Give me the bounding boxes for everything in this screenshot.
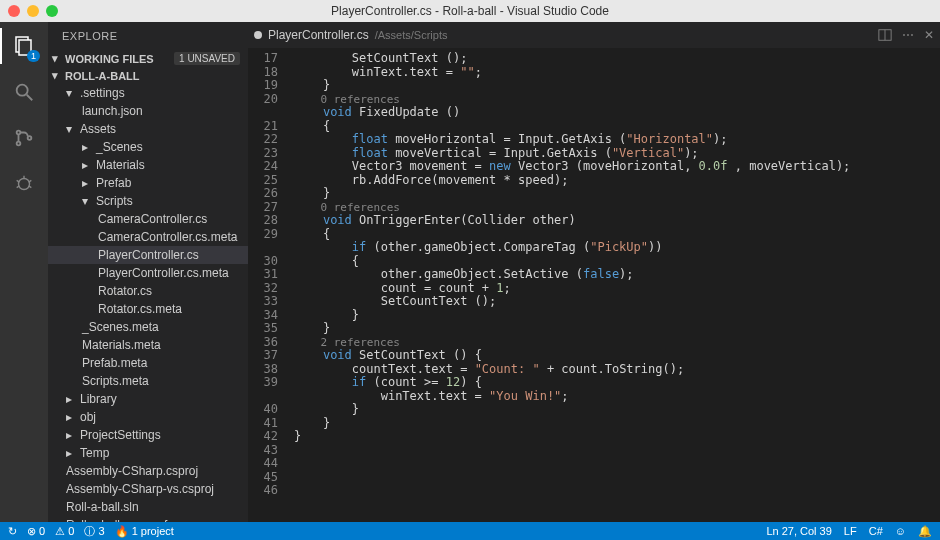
status-errors[interactable]: ⊗ 0 [27, 525, 45, 538]
folder-node[interactable]: ▸Library [48, 390, 248, 408]
code-line[interactable]: { [294, 120, 940, 134]
file-node[interactable]: Materials.meta [48, 336, 248, 354]
chevron-icon: ▾ [82, 194, 92, 208]
file-node[interactable]: CameraController.cs [48, 210, 248, 228]
code-line[interactable]: winText.text = "You Win!"; [294, 390, 940, 404]
explorer-icon[interactable]: 1 [10, 32, 38, 60]
folder-node[interactable]: ▾Assets [48, 120, 248, 138]
split-editor-icon[interactable] [878, 28, 892, 42]
file-node[interactable]: Assembly-CSharp-vs.csproj [48, 480, 248, 498]
node-label: Rotator.cs.meta [98, 302, 182, 316]
minimize-dot[interactable] [27, 5, 39, 17]
folder-node[interactable]: ▸obj [48, 408, 248, 426]
file-node[interactable]: Rotator.cs [48, 282, 248, 300]
line-number: 22 [248, 133, 278, 147]
chevron-icon: ▸ [66, 410, 76, 424]
folder-node[interactable]: ▸Materials [48, 156, 248, 174]
folder-node[interactable]: ▾Scripts [48, 192, 248, 210]
code-line[interactable]: void FixedUpdate () [294, 106, 940, 120]
code-line[interactable]: Vector3 movement = new Vector3 (moveHori… [294, 160, 940, 174]
status-eol[interactable]: LF [844, 525, 857, 538]
code-line[interactable]: winText.text = ""; [294, 66, 940, 80]
file-node[interactable]: _Scenes.meta [48, 318, 248, 336]
code-area[interactable]: 17181920 212223242526272829 303132333435… [248, 48, 940, 522]
folder-node[interactable]: ▸ProjectSettings [48, 426, 248, 444]
line-number: 43 [248, 444, 278, 458]
code-line[interactable]: } [294, 187, 940, 201]
svg-line-3 [27, 95, 33, 101]
file-node[interactable]: PlayerController.cs [48, 246, 248, 264]
status-cursor[interactable]: Ln 27, Col 39 [766, 525, 831, 538]
zoom-dot[interactable] [46, 5, 58, 17]
feedback-icon[interactable]: ☺ [895, 525, 906, 538]
line-number: 37 [248, 349, 278, 363]
folder-node[interactable]: ▸Temp [48, 444, 248, 462]
code-line[interactable]: if (count >= 12) { [294, 376, 940, 390]
close-icon[interactable]: ✕ [924, 28, 934, 42]
search-icon[interactable] [10, 78, 38, 106]
file-node[interactable]: Assembly-CSharp.csproj [48, 462, 248, 480]
line-number: 41 [248, 417, 278, 431]
code-line[interactable]: } [294, 322, 940, 336]
file-node[interactable]: Roll-a-ball.sln [48, 498, 248, 516]
window-title: PlayerController.cs - Roll-a-ball - Visu… [331, 4, 609, 18]
svg-point-4 [17, 131, 21, 135]
sync-icon[interactable]: ↻ [8, 525, 17, 538]
status-project[interactable]: 🔥 1 project [115, 525, 174, 538]
close-dot[interactable] [8, 5, 20, 17]
status-info[interactable]: ⓘ 3 [84, 524, 104, 539]
file-node[interactable]: Prefab.meta [48, 354, 248, 372]
status-lang[interactable]: C# [869, 525, 883, 538]
codelens[interactable]: 0 references [294, 201, 940, 215]
file-node[interactable]: launch.json [48, 102, 248, 120]
code-line[interactable]: float moveVertical = Input.GetAxis ("Ver… [294, 147, 940, 161]
chevron-icon: ▸ [82, 140, 92, 154]
node-label: Roll-a-ball.sln [66, 500, 139, 514]
working-files-label: WORKING FILES [65, 53, 154, 65]
code-line[interactable]: if (other.gameObject.CompareTag ("PickUp… [294, 241, 940, 255]
codelens[interactable]: 2 references [294, 336, 940, 350]
more-icon[interactable]: ⋯ [902, 28, 914, 42]
file-node[interactable]: PlayerController.cs.meta [48, 264, 248, 282]
code-line[interactable]: } [294, 417, 940, 431]
codelens[interactable]: 0 references [294, 93, 940, 107]
code-line[interactable]: } [294, 430, 940, 444]
tab-path: /Assets/Scripts [375, 29, 448, 41]
code-line[interactable]: float moveHorizontal = Input.GetAxis ("H… [294, 133, 940, 147]
project-header[interactable]: ▾ ROLL-A-BALL [48, 67, 248, 84]
chevron-icon: ▸ [66, 446, 76, 460]
git-icon[interactable] [10, 124, 38, 152]
working-files-header[interactable]: ▾ WORKING FILES 1 UNSAVED [48, 50, 248, 67]
code-lines[interactable]: SetCountText (); winText.text = ""; } 0 … [288, 48, 940, 522]
file-tree: ▾.settingslaunch.json▾Assets▸_Scenes▸Mat… [48, 84, 248, 522]
folder-node[interactable]: ▸Prefab [48, 174, 248, 192]
code-line[interactable]: } [294, 79, 940, 93]
file-node[interactable]: Rotator.cs.meta [48, 300, 248, 318]
code-line[interactable]: } [294, 403, 940, 417]
line-number: 45 [248, 471, 278, 485]
tab-playercontroller[interactable]: PlayerController.cs /Assets/Scripts [254, 28, 447, 42]
folder-node[interactable]: ▸_Scenes [48, 138, 248, 156]
line-number: 28 [248, 214, 278, 228]
code-line[interactable]: { [294, 228, 940, 242]
debug-icon[interactable] [10, 170, 38, 198]
code-line[interactable]: SetCountText (); [294, 52, 940, 66]
code-line[interactable]: void SetCountText () { [294, 349, 940, 363]
notifications-icon[interactable]: 🔔 [918, 525, 932, 538]
code-line[interactable]: { [294, 255, 940, 269]
folder-node[interactable]: ▾.settings [48, 84, 248, 102]
status-warnings[interactable]: ⚠ 0 [55, 525, 74, 538]
code-line[interactable]: other.gameObject.SetActive (false); [294, 268, 940, 282]
code-line[interactable]: countText.text = "Count: " + count.ToStr… [294, 363, 940, 377]
line-number: 33 [248, 295, 278, 309]
code-line[interactable]: void OnTriggerEnter(Collider other) [294, 214, 940, 228]
file-node[interactable]: Scripts.meta [48, 372, 248, 390]
file-node[interactable]: Roll-a-ball.userprefs [48, 516, 248, 522]
code-line[interactable]: SetCountText (); [294, 295, 940, 309]
node-label: Temp [80, 446, 109, 460]
code-line[interactable]: count = count + 1; [294, 282, 940, 296]
node-label: _Scenes.meta [82, 320, 159, 334]
code-line[interactable]: } [294, 309, 940, 323]
code-line[interactable]: rb.AddForce(movement * speed); [294, 174, 940, 188]
file-node[interactable]: CameraController.cs.meta [48, 228, 248, 246]
